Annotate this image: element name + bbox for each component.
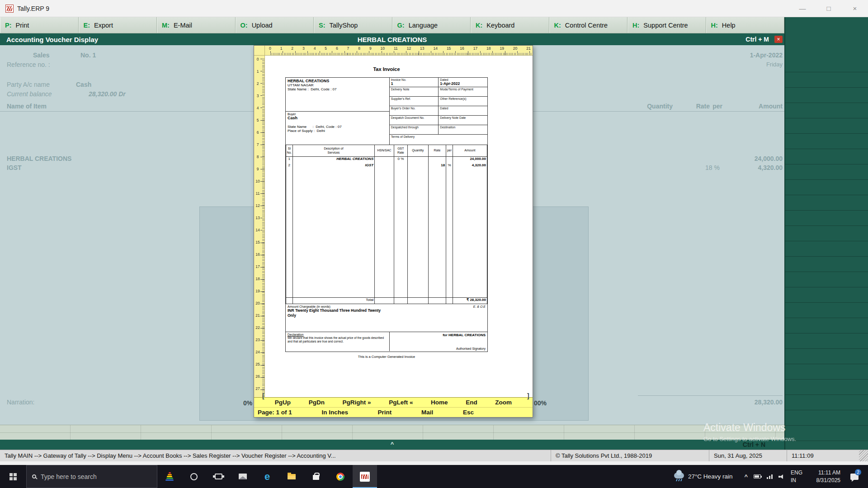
button-sidebar[interactable] — [784, 17, 868, 450]
chrome-shape — [336, 473, 344, 481]
table-cell — [446, 298, 453, 304]
network-icon[interactable] — [767, 474, 773, 479]
taskbar-clock[interactable]: ENG11:11 AM IN8/31/2025 — [791, 469, 840, 483]
ruler-number: 23 — [255, 338, 259, 342]
mail-icon[interactable] — [231, 465, 255, 488]
ruler-number: 8 — [358, 46, 360, 51]
close-screen-icon[interactable]: × — [774, 36, 783, 43]
ruler-minor-ticks — [270, 53, 533, 55]
column-header: Quantity — [407, 145, 428, 157]
preview-nav-button[interactable]: Print — [378, 409, 392, 416]
start-button[interactable] — [0, 465, 26, 488]
menu-label: Support Centre — [643, 22, 688, 29]
menu-language-button[interactable]: G: Language — [392, 17, 471, 33]
menu-support-centre-button[interactable]: H: Support Centre — [627, 17, 706, 33]
tally-taskbar-icon[interactable] — [353, 465, 377, 488]
close-button[interactable]: × — [842, 0, 868, 17]
ruler-number: 18 — [255, 277, 259, 281]
task-view-shape — [215, 474, 222, 479]
menu-control-centre-button[interactable]: K: Control Centre — [549, 17, 628, 33]
voucher-number: No. 1 — [80, 52, 96, 59]
meta-label: Other Reference(s) — [440, 97, 486, 100]
meta-cell: Despatched through — [390, 125, 439, 134]
search-input[interactable] — [41, 473, 151, 480]
preview-nav-button[interactable]: In Inches — [321, 409, 348, 416]
balance-value: 28,320.00 Dr — [89, 90, 126, 98]
table-cell — [428, 157, 446, 163]
total-label: Total — [292, 298, 375, 304]
taskbar-weather[interactable]: 27°C Heavy rain — [668, 465, 739, 488]
buyer-name: Cash — [288, 116, 387, 120]
menu-upload-button[interactable]: O: Upload — [236, 17, 314, 33]
menu-print-button[interactable]: P: Print — [0, 17, 79, 33]
notification-icon[interactable]: 2 — [846, 465, 863, 488]
meta-row: Despatched through Destination — [390, 125, 487, 135]
ruler-number: 11 — [394, 46, 398, 51]
preview-nav-button[interactable]: Zoom — [495, 399, 512, 406]
ruler-number: 5 — [325, 46, 327, 51]
maximize-button[interactable]: □ — [816, 0, 842, 17]
meta-cell: Other Reference(s) — [439, 97, 487, 106]
meta-cell: Invoice No.1 — [390, 78, 439, 87]
system-time: 11:11:09 — [787, 450, 859, 461]
ruler-number: 3 — [257, 94, 259, 98]
preview-nav-button[interactable]: Home — [431, 399, 448, 406]
ruler-number: 3 — [302, 46, 305, 51]
meta-label: Dated — [440, 107, 486, 110]
chrome-icon[interactable] — [328, 465, 353, 488]
buyer-label: Buyer — [288, 113, 387, 116]
edge-icon[interactable]: e — [255, 465, 279, 488]
resize-grip[interactable] — [859, 450, 868, 461]
table-cell — [407, 298, 428, 304]
expand-chevron-icon[interactable]: ^ — [0, 441, 784, 447]
stacking-rings-icon[interactable] — [157, 465, 182, 488]
store-icon[interactable] — [304, 465, 328, 488]
ruler-number: 21 — [255, 313, 259, 318]
preview-nav-button[interactable]: End — [466, 399, 477, 406]
preview-nav-button[interactable]: PgDn — [309, 399, 325, 406]
bottom-button-rows — [0, 425, 784, 440]
preview-nav-button[interactable]: Mail — [421, 409, 433, 416]
vertical-ruler: 0123456789101112131415161718192021222324… — [254, 56, 265, 397]
minimize-button[interactable]: — — [789, 0, 816, 17]
ruler-minor-ticks — [262, 59, 264, 397]
volume-icon[interactable] — [778, 474, 785, 479]
file-explorer-icon[interactable] — [279, 465, 304, 488]
task-view-icon[interactable] — [206, 465, 231, 488]
preview-nav-button[interactable]: PgRight » — [343, 399, 371, 406]
meta-label: Delivery Note Date — [440, 116, 486, 119]
menu-keyboard-button[interactable]: K: Keyboard — [471, 17, 549, 33]
tray-date: 8/31/2025 — [816, 477, 840, 484]
preview-nav-button[interactable]: Esc — [463, 409, 474, 416]
cell-description: HERBAL CREATIONS — [292, 157, 375, 163]
menu-tallyshop-button[interactable]: S: TallyShop — [314, 17, 392, 33]
voucher-type: Sales — [33, 52, 50, 59]
preview-nav-button[interactable]: Page: 1 of 1 — [258, 409, 292, 416]
ruler-number: 16 — [460, 46, 464, 51]
table-cell — [394, 169, 407, 298]
meta-value: 1-Apr-2022 — [440, 81, 486, 86]
menu-label: Upload — [252, 22, 273, 29]
preview-nav-button[interactable]: PgLeft « — [389, 399, 413, 406]
battery-icon[interactable] — [754, 474, 761, 479]
menu-export-button[interactable]: E: Export — [79, 17, 157, 33]
menu-help-button[interactable]: H: Help — [706, 17, 785, 33]
invoice-meta: Invoice No.1 Dated1-Apr-2022 Delivery No… — [390, 78, 487, 145]
table-cell — [286, 298, 293, 304]
table-cell — [446, 169, 453, 298]
ruler-number: 11 — [256, 191, 260, 196]
cortana-icon[interactable] — [182, 465, 206, 488]
computer-generated-note: This is a Computer Generated Invoice — [285, 355, 488, 359]
menu-email-button[interactable]: M: E-Mail — [157, 17, 236, 33]
ruler-number: 26 — [255, 374, 259, 379]
taskbar-search[interactable] — [26, 465, 157, 488]
items-header-row: Sl No. Description of Services HSN/SAC G… — [286, 145, 487, 157]
ruler-number: 1 — [257, 69, 259, 74]
menu-label: Language — [409, 22, 438, 29]
tray-expand-icon[interactable]: ^ — [744, 473, 748, 480]
menu-label: Control Centre — [565, 22, 608, 29]
buyer-place-of-supply: Place of Supply : Delhi — [288, 129, 387, 133]
ruler-number: 25 — [255, 362, 259, 366]
total-divider — [638, 395, 783, 396]
preview-nav-button[interactable]: PgUp — [275, 399, 291, 406]
